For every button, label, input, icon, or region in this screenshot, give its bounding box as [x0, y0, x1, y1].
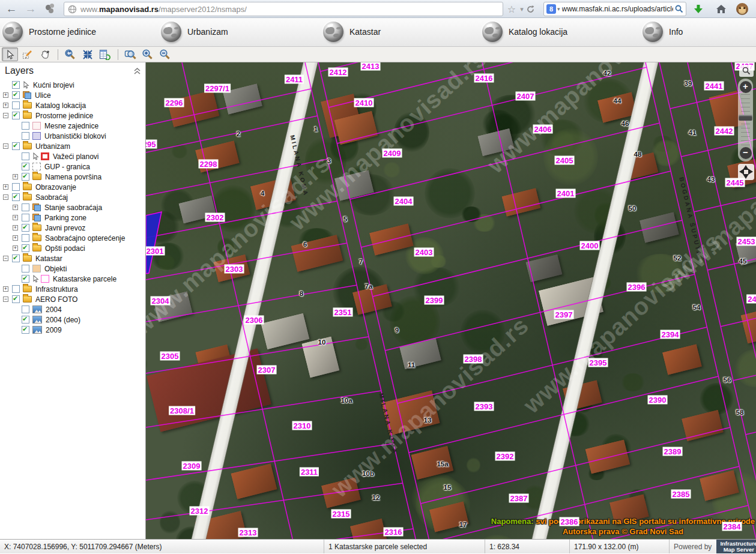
parcel-label-2400[interactable]: 2400 [580, 241, 600, 250]
parcel-label-2385[interactable]: 2385 [671, 490, 691, 499]
parcel-label-2390[interactable]: 2390 [648, 396, 668, 405]
parcel-label-2389[interactable]: 2389 [663, 447, 683, 456]
layer-row-23[interactable]: +2004 (deo) [0, 315, 145, 325]
layer-checkbox[interactable] [22, 132, 29, 140]
parcel-label-2309[interactable]: 2309 [182, 462, 202, 471]
layer-row-6[interactable]: −Urbanizam [0, 141, 145, 151]
select-tool[interactable] [2, 47, 18, 61]
layer-row-16[interactable]: +Opšti podaci [0, 243, 145, 253]
expander-icon[interactable]: + [13, 215, 18, 220]
layer-row-10[interactable]: +Obrazovanje [0, 182, 145, 192]
parcel-label-2404[interactable]: 2404 [394, 197, 414, 206]
pan-right-icon[interactable] [748, 169, 753, 175]
layer-checkbox[interactable] [22, 234, 29, 242]
layer-row-12[interactable]: +Stanje saobraćaja [0, 202, 145, 212]
nav-item-urbanizam[interactable]: Urbanizam [161, 22, 228, 42]
parcel-label-2407[interactable]: 2407 [516, 92, 536, 101]
parcel-label-2298[interactable]: 2298 [199, 160, 219, 169]
parcel-label-2315[interactable]: 2315 [331, 510, 351, 519]
zoom-out-tool[interactable] [157, 47, 173, 61]
layer-row-13[interactable]: +Parking zone [0, 212, 145, 223]
nav-item-katastar[interactable]: Katastar [323, 22, 381, 42]
expander-icon[interactable]: + [3, 103, 8, 108]
zoom-window-tool[interactable] [122, 47, 138, 61]
parcel-label-2441[interactable]: 2441 [704, 82, 724, 91]
layer-row-14[interactable]: +Javni prevoz [0, 223, 145, 233]
parcel-label-2453[interactable]: 2453 [737, 237, 756, 246]
layer-row-20[interactable]: +Infrastruktura [0, 284, 145, 294]
parcel-label-2297-1[interactable]: 2297/1 [204, 84, 231, 93]
layer-checkbox[interactable] [12, 81, 20, 89]
expander-icon[interactable]: + [13, 174, 18, 179]
browser-back-button[interactable]: ← [4, 1, 19, 17]
layer-row-7[interactable]: +Važeći planovi [0, 151, 145, 161]
parcel-label-2304[interactable]: 2304 [151, 297, 171, 306]
parcel-label-2312[interactable]: 2312 [190, 507, 210, 516]
expander-icon[interactable]: − [3, 297, 8, 302]
layer-row-2[interactable]: +Katalog lokacija [0, 100, 145, 110]
layer-row-5[interactable]: +Urbanistički blokovi [0, 131, 145, 141]
search-input[interactable]: www.masfak.ni.ac.rs/uploads/articles [562, 5, 673, 13]
parcel-label-2395[interactable]: 2395 [588, 358, 608, 367]
layer-row-0[interactable]: +Kućni brojevi [0, 80, 145, 90]
parcel-label-2313[interactable]: 2313 [238, 528, 258, 537]
layer-checkbox[interactable] [22, 265, 29, 272]
parcel-label-2413[interactable]: 2413 [361, 62, 381, 71]
url-bar[interactable]: www.mapanovisad.rs/mapserver2012/nsmaps/ [64, 2, 503, 16]
home-icon[interactable] [715, 2, 728, 16]
layer-checkbox[interactable] [22, 306, 29, 313]
layer-row-11[interactable]: −Saobraćaj [0, 192, 145, 202]
parcel-label-2412[interactable]: 2412 [328, 68, 348, 77]
parcel-label-2305[interactable]: 2305 [160, 352, 180, 361]
parcel-label-2310[interactable]: 2310 [292, 421, 312, 430]
parcel-label-2442[interactable]: 2442 [715, 127, 734, 136]
parcel-label-2394[interactable]: 2394 [661, 330, 680, 339]
parcel-label-2316[interactable]: 2316 [384, 528, 404, 537]
layer-checkbox[interactable] [22, 203, 29, 211]
layer-checkbox[interactable] [22, 214, 29, 221]
parcel-label-2405[interactable]: 2405 [555, 156, 575, 165]
parcel-label-2296[interactable]: 2296 [165, 98, 184, 107]
parcel-label-2351[interactable]: 2351 [333, 308, 353, 317]
layer-checkbox[interactable] [12, 183, 20, 191]
zoom-out-button[interactable]: − [740, 147, 752, 159]
pan-tool[interactable] [37, 47, 53, 61]
nav-item-prostorne-jedinice[interactable]: Prostorne jedinice [2, 22, 96, 42]
search-bar[interactable]: 8 ▾ www.masfak.ni.ac.rs/uploads/articles [543, 2, 686, 16]
zoom-slider-handle[interactable] [739, 115, 752, 121]
parcel-label-2303[interactable]: 2303 [225, 265, 244, 274]
parcel-label-2384[interactable]: 2384 [722, 522, 742, 531]
layer-row-4[interactable]: +Mesne zajednice [0, 121, 145, 131]
parcel-label-2301[interactable]: 2301 [146, 247, 165, 256]
expander-icon[interactable]: − [3, 143, 8, 149]
layer-checkbox[interactable] [12, 193, 20, 201]
layer-checkbox[interactable] [22, 152, 29, 160]
zoom-slider[interactable]: + − [738, 79, 753, 161]
expander-icon[interactable]: + [13, 235, 18, 241]
parcel-label-2308-1[interactable]: 2308/1 [169, 406, 195, 415]
edit-select-tool[interactable] [19, 47, 35, 61]
layer-checkbox[interactable] [22, 275, 29, 283]
layer-row-1[interactable]: +Ulice [0, 90, 145, 100]
full-extent-tool[interactable] [79, 47, 95, 61]
parcel-label-2403[interactable]: 2403 [414, 248, 434, 257]
parcel-label-2295[interactable]: 2295 [146, 140, 157, 149]
parcel-label-2397[interactable]: 2397 [554, 310, 574, 319]
layer-checkbox[interactable] [12, 254, 20, 262]
layer-checkbox[interactable] [12, 285, 20, 293]
parcel-label-2409[interactable]: 2409 [383, 149, 402, 158]
layer-row-17[interactable]: −Katastar [0, 253, 145, 263]
download-icon[interactable] [692, 2, 705, 16]
pan-left-icon[interactable] [739, 169, 744, 175]
expander-icon[interactable]: − [3, 256, 8, 261]
collapse-panel-icon[interactable] [134, 68, 141, 74]
layer-checkbox[interactable] [12, 295, 20, 303]
expander-icon[interactable]: + [13, 205, 18, 210]
layer-row-3[interactable]: −Prostorne jedinice [0, 110, 145, 121]
pan-compass[interactable] [738, 164, 754, 180]
parcel-label-2393[interactable]: 2393 [474, 402, 494, 411]
map-viewport[interactable]: Napomena: svi podaci prikazani na GIS po… [146, 62, 756, 539]
expander-icon[interactable]: + [3, 184, 8, 190]
search-go-icon[interactable] [675, 5, 683, 13]
selected-parcel[interactable] [146, 212, 162, 274]
